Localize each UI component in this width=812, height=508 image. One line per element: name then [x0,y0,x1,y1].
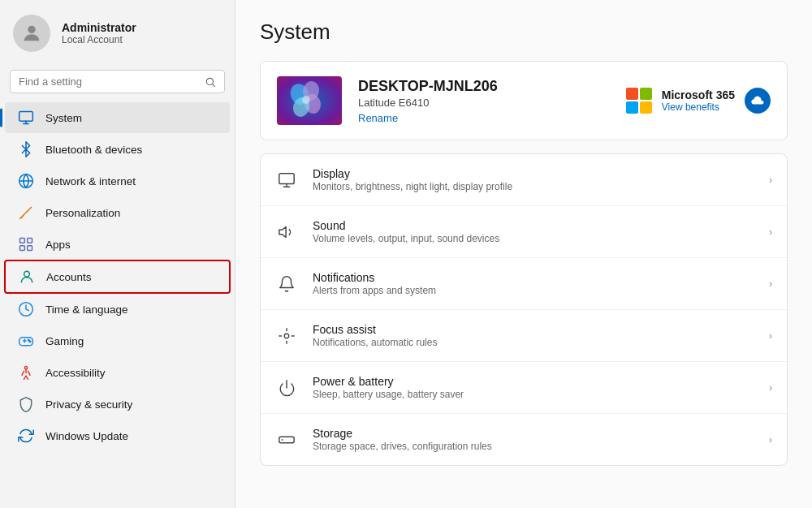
focus-chevron: › [769,330,772,342]
svg-rect-8 [28,239,32,243]
sidebar-item-label-time: Time & language [45,304,128,316]
gaming-icon [18,333,34,349]
ms365-benefits-link[interactable]: View benefits [662,101,735,113]
display-text: DisplayMonitors, brightness, night light… [313,167,512,192]
notifications-desc: Alerts from apps and system [313,285,436,296]
ms365-block: Microsoft 365 View benefits [626,88,771,114]
svg-point-17 [29,341,31,342]
user-info: Administrator Local Account [62,21,136,45]
ms-logo-red [626,88,638,100]
svg-point-11 [24,271,30,277]
privacy-icon [18,396,34,412]
svg-point-0 [28,26,35,33]
monitor-icon [18,110,34,126]
sidebar-item-personalization[interactable]: Personalization [5,197,230,228]
sidebar: Administrator Local Account SystemBlueto… [0,0,235,508]
sidebar-item-accessibility[interactable]: Accessibility [5,357,230,388]
sidebar-item-label-apps: Apps [45,239,71,251]
sidebar-item-label-privacy: Privacy & security [45,398,132,411]
device-name: DESKTOP-MJNL206 [358,78,610,95]
cloud-svg [750,93,765,108]
sidebar-item-gaming[interactable]: Gaming [5,325,230,356]
rename-link[interactable]: Rename [358,112,610,124]
search-input[interactable] [19,75,198,88]
svg-point-24 [302,96,310,104]
sidebar-item-label-system: System [45,112,82,124]
search-box[interactable] [10,70,225,93]
main-content: System [235,0,812,508]
sidebar-item-label-accessibility: Accessibility [45,367,106,379]
avatar [13,15,50,52]
svg-point-1 [206,78,213,84]
focus-text: Focus assistNotifications, automatic rul… [313,323,437,348]
settings-item-focus[interactable]: Focus assistNotifications, automatic rul… [261,310,787,362]
user-profile: Administrator Local Account [0,0,235,67]
focus-icon [275,325,298,347]
device-image [277,76,342,125]
focus-title: Focus assist [313,323,437,336]
svg-rect-10 [28,246,32,251]
sidebar-item-label-bluetooth: Bluetooth & devices [45,144,142,156]
settings-item-display[interactable]: DisplayMonitors, brightness, night light… [261,154,787,206]
power-text: Power & batterySleep, battery usage, bat… [313,375,464,400]
cloud-icon [745,88,771,114]
display-icon [275,169,298,192]
sidebar-item-bluetooth[interactable]: Bluetooth & devices [5,134,230,165]
search-icon [205,76,216,88]
sidebar-item-label-gaming: Gaming [45,335,84,347]
display-chevron: › [769,174,772,186]
settings-list: DisplayMonitors, brightness, night light… [260,153,788,466]
accounts-icon [19,269,35,285]
sidebar-item-apps[interactable]: Apps [5,229,230,260]
sound-desc: Volume levels, output, input, sound devi… [313,233,499,244]
display-title: Display [313,167,512,180]
sound-title: Sound [313,219,499,232]
storage-desc: Storage space, drives, configuration rul… [313,441,492,452]
svg-line-2 [213,84,215,86]
notifications-title: Notifications [313,271,436,284]
device-info: DESKTOP-MJNL206 Latitude E6410 Rename [358,78,610,124]
ms365-logo [626,88,652,114]
sidebar-item-label-personalization: Personalization [45,207,120,219]
ms365-title: Microsoft 365 [662,88,735,101]
notifications-chevron: › [769,278,772,290]
power-desc: Sleep, battery usage, battery saver [313,389,464,400]
svg-point-29 [284,334,289,338]
nav-container: SystemBluetooth & devicesNetwork & inter… [0,101,235,452]
device-subtitle: Latitude E6410 [358,97,610,109]
svg-rect-3 [19,112,33,122]
windows-logo-image [277,76,342,125]
power-chevron: › [769,382,772,394]
page-title: System [260,19,788,45]
ms-logo-yellow [640,101,652,114]
svg-rect-7 [20,239,25,243]
ms-logo-blue [626,101,638,114]
sound-icon [275,221,298,243]
settings-item-storage[interactable]: StorageStorage space, drives, configurat… [261,414,787,465]
clock-icon [18,301,34,317]
sidebar-item-system[interactable]: System [5,102,230,133]
user-role: Local Account [62,34,136,45]
svg-rect-9 [20,246,25,251]
power-icon [275,377,298,399]
network-icon [18,173,34,189]
sidebar-item-label-windows-update: Windows Update [45,430,128,442]
settings-item-power[interactable]: Power & batterySleep, battery usage, bat… [261,362,787,414]
update-icon [18,428,34,444]
power-title: Power & battery [313,375,464,388]
settings-item-sound[interactable]: SoundVolume levels, output, input, sound… [261,206,787,258]
sidebar-item-network[interactable]: Network & internet [5,166,230,196]
settings-item-notifications[interactable]: NotificationsAlerts from apps and system… [261,258,787,310]
storage-icon [275,428,298,451]
sidebar-item-time[interactable]: Time & language [5,294,230,325]
user-icon [20,22,43,45]
brush-icon [18,204,34,221]
sidebar-item-windows-update[interactable]: Windows Update [5,420,230,451]
sidebar-item-accounts[interactable]: Accounts [4,260,231,294]
accessibility-icon [18,364,34,381]
sidebar-item-privacy[interactable]: Privacy & security [5,389,230,420]
storage-title: Storage [313,427,492,440]
ms365-info: Microsoft 365 View benefits [662,88,735,113]
sound-text: SoundVolume levels, output, input, sound… [313,219,499,244]
focus-desc: Notifications, automatic rules [313,337,437,348]
